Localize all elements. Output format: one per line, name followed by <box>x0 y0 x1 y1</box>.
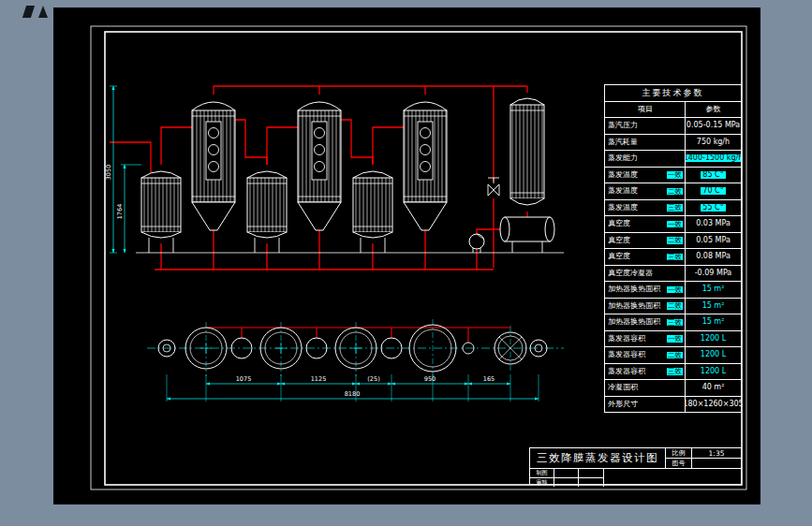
param-label: 真空度一效 <box>605 216 686 232</box>
param-row: 蒸发能力1400-1500 kg/h <box>605 150 741 167</box>
param-value: 85 C° <box>686 168 741 183</box>
dim-seg2: 1125 <box>311 375 327 383</box>
param-label: 蒸发器容积一效 <box>605 331 686 347</box>
param-value: 55 C° <box>686 200 741 216</box>
dim-seg3: (25) <box>367 375 379 383</box>
param-row: 蒸汽耗量750 kg/h <box>605 134 741 151</box>
pen-icon <box>22 6 35 18</box>
elevation-dimensions: 3050 1764 <box>105 86 141 253</box>
title-block-empty-area <box>604 469 741 487</box>
param-value: 15 m² <box>686 314 741 330</box>
param-value: 0.05 MPa <box>686 233 741 249</box>
param-row: 蒸发器容积二效1200 L <box>605 346 741 363</box>
elevation-view: 3050 1764 <box>105 86 564 270</box>
cad-viewport[interactable]: 3050 1764 <box>53 7 760 504</box>
marker-icon <box>38 6 48 18</box>
param-label: 加热器换热面积二效 <box>605 299 686 314</box>
param-label-suffix: 一效 <box>667 221 683 228</box>
param-label: 外形尺寸 <box>605 397 686 413</box>
param-label-suffix: 一效 <box>667 286 683 294</box>
dim-total: 8180 <box>345 390 361 398</box>
param-label: 蒸发能力 <box>605 151 686 167</box>
separator-column-3 <box>404 102 447 230</box>
param-row: 蒸汽压力0.05-0.15 MPa <box>605 117 741 134</box>
dim-seg1: 1075 <box>236 375 252 383</box>
param-value: -0.09 MPa <box>686 266 741 282</box>
param-value: 0.08 MPa <box>686 249 741 265</box>
checker-label: 审核 <box>530 478 554 487</box>
param-label-suffix: 二效 <box>667 352 683 359</box>
param-label: 蒸发器容积三效 <box>605 364 686 380</box>
param-row: 蒸发温度二效70 C° <box>605 183 741 199</box>
param-value: 15 m² <box>686 282 741 298</box>
condensate-tank <box>500 217 554 253</box>
plan-view: 1075 1125 (25) 950 165 8180 <box>147 319 564 402</box>
header-value: 参数 <box>686 102 741 118</box>
checker-name-cell <box>554 478 579 487</box>
header-item: 项目 <box>605 102 686 118</box>
param-row: 冷凝面积40 m² <box>605 379 741 396</box>
param-label-suffix: 三效 <box>667 204 683 212</box>
title-block: 三效降膜蒸发器设计图 比例 1:35 图号 制图 <box>529 447 742 485</box>
param-label-suffix: 二效 <box>667 302 683 310</box>
param-label: 蒸汽耗量 <box>605 135 686 151</box>
param-value: 70 C° <box>686 183 741 199</box>
param-row: 加热器换热面积二效15 m² <box>605 298 741 314</box>
param-label-suffix: 一效 <box>667 171 683 179</box>
param-label: 真空度冷凝器 <box>605 266 686 282</box>
param-label: 真空度二效 <box>605 233 686 249</box>
param-row: 蒸发温度一效85 C° <box>605 167 741 183</box>
param-value: 1200 L <box>686 331 741 347</box>
param-value: 0.03 MPa <box>686 216 741 232</box>
drawing-title: 三效降膜蒸发器设计图 <box>530 448 666 468</box>
param-label-suffix: 二效 <box>667 237 683 244</box>
param-label: 加热器换热面积一效 <box>605 282 686 298</box>
param-row: 蒸发器容积一效1200 L <box>605 330 741 347</box>
valve-icon <box>488 178 499 196</box>
param-row: 真空度二效0.05 MPa <box>605 232 741 249</box>
param-label: 加热器换热面积三效 <box>605 314 686 330</box>
param-row: 真空度一效0.03 MPa <box>605 215 741 232</box>
parameters-table: 主要技术参数 项目 参数 蒸汽压力0.05-0.15 MPa蒸汽耗量750 kg… <box>604 84 742 413</box>
param-label-suffix: 三效 <box>667 368 683 375</box>
parameters-title-text: 主要技术参数 <box>642 89 704 97</box>
param-label-suffix: 二效 <box>667 188 683 196</box>
param-label-suffix: 三效 <box>667 319 683 327</box>
piping-plan <box>206 328 510 343</box>
separator-column-2 <box>298 102 341 230</box>
scale-value: 1:35 <box>692 448 741 458</box>
param-label: 冷凝面积 <box>605 380 686 396</box>
drafter-label: 制图 <box>530 469 554 477</box>
parameters-table-title: 主要技术参数 <box>605 85 741 101</box>
dim-seg5: 165 <box>483 375 495 383</box>
heater-3 <box>353 171 392 253</box>
drafter-date-cell <box>579 469 603 477</box>
drafter-name-cell <box>554 469 579 477</box>
param-value: 15 m² <box>686 299 741 314</box>
condenser <box>510 98 544 205</box>
dim-seg4: 950 <box>424 375 436 383</box>
param-value: 750 kg/h <box>686 135 741 151</box>
scale-label: 比例 <box>666 448 692 458</box>
param-row: 加热器换热面积一效15 m² <box>605 281 741 298</box>
checker-date-cell <box>579 478 603 487</box>
param-row: 蒸发器容积三效1200 L <box>605 363 741 380</box>
param-label: 蒸发器容积二效 <box>605 347 686 363</box>
param-label: 真空度三效 <box>605 249 686 265</box>
param-row: 外形尺寸8180×1260×3050 <box>605 396 741 413</box>
param-value: 0.05-0.15 MPa <box>686 118 741 134</box>
heater-1 <box>141 171 181 253</box>
param-value: 1200 L <box>686 364 741 380</box>
param-value: 8180×1260×3050 <box>686 397 741 413</box>
param-label-suffix: 三效 <box>667 254 683 261</box>
param-label: 蒸发温度一效 <box>605 168 686 183</box>
drawing-no-label: 图号 <box>666 459 692 468</box>
param-row: 真空度冷凝器-0.09 MPa <box>605 265 741 282</box>
param-row: 蒸发温度三效55 C° <box>605 199 741 216</box>
dim-heater-height: 1764 <box>116 204 124 220</box>
param-row: 加热器换热面积三效15 m² <box>605 314 741 330</box>
separator-column-1 <box>192 102 235 230</box>
param-label-suffix: 一效 <box>667 335 683 343</box>
param-label: 蒸发温度三效 <box>605 200 686 216</box>
dim-overall-height: 3050 <box>105 165 112 181</box>
